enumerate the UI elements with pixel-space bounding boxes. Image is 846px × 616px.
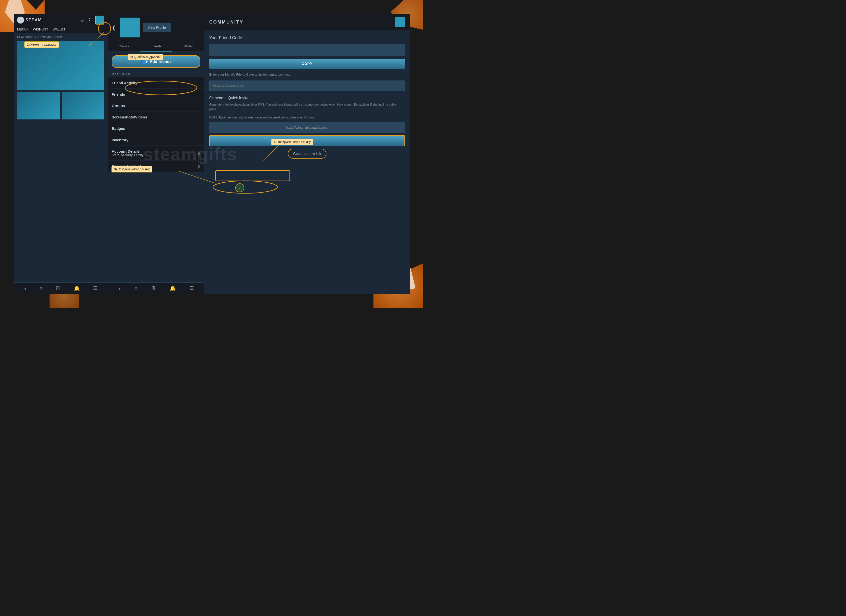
friend-code-box [209, 44, 405, 56]
hamburger-icon-mid[interactable]: ☰ [189, 285, 194, 291]
featured-image-large [17, 41, 104, 90]
link-text: https://s.team/p/ваша/ссылка [286, 126, 328, 129]
profile-section: ❮ View Profile [108, 14, 204, 41]
steam-icon: S [17, 16, 24, 24]
featured-row [17, 92, 104, 119]
main-wrapper: S STEAM ⌕ ⋮ MENU ▾ WISHLIST WALLET FEATU… [14, 14, 410, 294]
hamburger-icon[interactable]: ☰ [93, 285, 98, 291]
tabs-row: Games Friends Wallet [108, 41, 204, 52]
community-avatar [395, 17, 405, 27]
middle-bottom-nav: ⬧ ≡ ⛨ 🔔 ☰ [108, 282, 204, 294]
generate-link-button[interactable]: Generate new link [288, 148, 327, 159]
copy-button-1[interactable]: COPY [209, 59, 405, 69]
tab-games[interactable]: Games [108, 41, 140, 51]
featured-label: FEATURED & RECOMMENDED [17, 36, 104, 39]
community-more-icon[interactable]: ⋮ [386, 19, 392, 25]
chevron-right-icon-2: ❯ [197, 164, 200, 168]
quick-invite-title: Or send a Quick Invite [209, 96, 405, 100]
tab-wallet[interactable]: Wallet [172, 41, 204, 51]
menu-item-account-details[interactable]: Account Details Store, Security, Family … [108, 146, 204, 160]
invite-description: Enter your friend's Friend Code to invit… [209, 72, 405, 77]
right-panel: COMMUNITY ⋮ Your Friend Code COPY Enter … [204, 14, 410, 294]
left-bottom-nav: ⬧ ≡ ⛨ 🔔 ☰ [14, 282, 108, 294]
add-person-icon: 👥+ [140, 59, 148, 64]
friend-code-title: Your Friend Code [209, 35, 405, 40]
bell-icon[interactable]: 🔔 [74, 285, 80, 291]
store-icon-mid[interactable]: ⬧ [118, 285, 121, 291]
account-details-text: Account Details Store, Security, Family [112, 149, 144, 157]
community-header-right: ⋮ [386, 17, 405, 27]
menu-item-badges[interactable]: Badges [108, 123, 204, 134]
store-icon[interactable]: ⬧ [24, 285, 27, 291]
library-icon-mid[interactable]: ≡ [135, 285, 138, 291]
nav-wallet[interactable]: WALLET [53, 28, 66, 31]
my-content-label: MY CONTENT [108, 71, 204, 77]
featured-image-small-2 [62, 92, 104, 119]
tab-friends[interactable]: Friends [140, 41, 172, 51]
community-header: COMMUNITY ⋮ [204, 14, 410, 31]
left-panel: S STEAM ⌕ ⋮ MENU ▾ WISHLIST WALLET FEATU… [14, 14, 108, 294]
menu-item-friends[interactable]: Friends [108, 89, 204, 100]
chevron-right-icon: ❯ [197, 151, 200, 155]
community-title: COMMUNITY [209, 19, 244, 25]
menu-item-screenshots[interactable]: Screenshots/Videos [108, 112, 204, 123]
quick-invite-desc: Generate a link to share via email or SM… [209, 102, 405, 112]
friend-code-input[interactable] [209, 81, 405, 91]
library-icon[interactable]: ≡ [40, 285, 43, 291]
view-profile-button[interactable]: View Profile [142, 23, 171, 32]
link-box: https://s.team/p/ваша/ссылка [209, 122, 405, 133]
header-icons: ⌕ ⋮ [81, 16, 104, 25]
menu-item-groups[interactable]: Groups [108, 100, 204, 112]
friend-code-section: Your Friend Code COPY Enter your friend'… [204, 31, 410, 294]
steam-text: STEAM [25, 18, 42, 22]
menu-arrow-icon: ▾ [27, 28, 28, 31]
menu-item-inventory[interactable]: Inventory [108, 134, 204, 146]
steam-logo: S STEAM [17, 16, 42, 24]
steam-header: S STEAM ⌕ ⋮ [14, 14, 108, 26]
steam-nav: MENU ▾ WISHLIST WALLET [14, 26, 108, 33]
shield-icon[interactable]: ⛨ [56, 285, 61, 291]
search-icon[interactable]: ⌕ [81, 18, 84, 23]
menu-item-change-account[interactable]: Change Account ❯ [108, 160, 204, 172]
back-arrow-icon[interactable]: ❮ [112, 25, 116, 31]
add-friends-button[interactable]: 👥+ Add friends [112, 55, 200, 68]
shield-icon-mid[interactable]: ⛨ [151, 285, 156, 291]
middle-panel: ❮ View Profile Games Friends Wallet 👥+ A… [108, 14, 204, 294]
featured-section: FEATURED & RECOMMENDED [14, 33, 108, 282]
nav-menu[interactable]: MENU ▾ [17, 28, 28, 31]
featured-image-small-1 [17, 92, 60, 119]
more-options-icon[interactable]: ⋮ [87, 17, 92, 23]
menu-item-friend-activity[interactable]: Friend Activity [108, 77, 204, 89]
note-text: NOTE: Each link can only be used once an… [209, 115, 405, 120]
copy-button-2[interactable]: COPY [209, 135, 405, 146]
profile-avatar [120, 18, 140, 37]
content-menu: Friend Activity Friends Groups Screensho… [108, 77, 204, 282]
nav-wishlist[interactable]: WISHLIST [33, 28, 48, 31]
user-avatar[interactable] [95, 16, 104, 25]
bell-icon-mid[interactable]: 🔔 [170, 285, 176, 291]
